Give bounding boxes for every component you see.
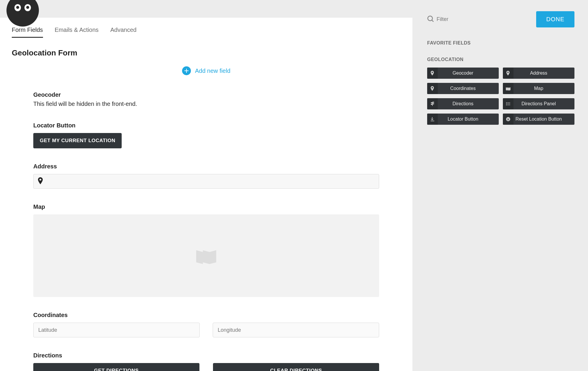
chip-locator-button[interactable]: Locator Button [427, 114, 499, 125]
add-new-field-label: Add new field [195, 68, 230, 74]
geolocation-header: GEOLOCATION [427, 57, 574, 62]
app-logo [6, 3, 39, 29]
signpost-icon [427, 98, 438, 109]
clear-directions-button[interactable]: CLEAR DIRECTIONS [213, 363, 379, 371]
chip-label: Directions [438, 101, 499, 106]
form-title: Geolocation Form [12, 48, 401, 58]
map-placeholder [33, 214, 379, 297]
svg-rect-5 [507, 104, 510, 104]
field-directions[interactable]: Directions GET DIRECTIONS CLEAR DIRECTIO… [33, 352, 379, 371]
svg-rect-2 [506, 102, 507, 103]
address-label: Address [33, 163, 379, 170]
chip-directions[interactable]: Directions [427, 98, 499, 109]
chip-reset-location[interactable]: Reset Location Button [503, 114, 574, 125]
longitude-input[interactable] [213, 323, 379, 337]
chip-label: Locator Button [438, 116, 499, 122]
svg-rect-4 [506, 104, 507, 104]
close-circle-icon [503, 114, 513, 125]
get-location-button[interactable]: GET MY CURRENT LOCATION [33, 133, 122, 148]
filter-input[interactable] [437, 16, 530, 22]
chip-directions-panel[interactable]: Directions Panel [503, 98, 574, 109]
address-input[interactable] [47, 178, 375, 185]
chip-label: Directions Panel [513, 101, 574, 106]
map-pin-icon [503, 68, 513, 79]
svg-rect-3 [507, 102, 510, 103]
field-map[interactable]: Map [33, 203, 379, 297]
chip-label: Coordinates [438, 86, 499, 91]
main-panel: Form Fields Emails & Actions Advanced Ge… [0, 18, 412, 371]
chip-coordinates[interactable]: Coordinates [427, 83, 499, 94]
latitude-input[interactable] [33, 323, 200, 337]
map-pin-icon [38, 177, 44, 186]
plus-icon [182, 66, 191, 75]
svg-rect-6 [506, 105, 507, 105]
field-locator[interactable]: Locator Button GET MY CURRENT LOCATION [33, 122, 379, 148]
map-pin-icon [427, 68, 438, 79]
chip-label: Map [513, 86, 574, 91]
svg-rect-1 [184, 70, 189, 71]
chip-map[interactable]: Map [503, 83, 574, 94]
address-input-wrap [33, 174, 379, 189]
map-icon [196, 245, 216, 266]
locator-label: Locator Button [33, 122, 379, 129]
search-icon [427, 16, 434, 23]
geocoder-desc: This field will be hidden in the front-e… [33, 101, 379, 107]
tab-advanced[interactable]: Advanced [110, 27, 137, 38]
get-directions-button[interactable]: GET DIRECTIONS [33, 363, 199, 371]
svg-rect-7 [507, 105, 510, 105]
map-icon [503, 83, 513, 94]
chip-label: Reset Location Button [513, 116, 574, 122]
tab-emails-actions[interactable]: Emails & Actions [55, 27, 99, 38]
map-pin-icon [427, 83, 438, 94]
chip-geocoder[interactable]: Geocoder [427, 68, 499, 79]
add-new-field[interactable]: Add new field [12, 66, 401, 75]
tabs: Form Fields Emails & Actions Advanced [12, 27, 401, 38]
map-label: Map [33, 203, 379, 210]
geocoder-label: Geocoder [33, 91, 379, 98]
directions-label: Directions [33, 352, 379, 359]
fields-sidebar: DONE FAVORITE FIELDS GEOLOCATION Geocode… [427, 11, 574, 125]
download-icon [427, 114, 438, 125]
field-address[interactable]: Address [33, 163, 379, 189]
chip-label: Address [513, 70, 574, 76]
coordinates-label: Coordinates [33, 312, 379, 319]
chip-address[interactable]: Address [503, 68, 574, 79]
field-coordinates[interactable]: Coordinates [33, 312, 379, 337]
chip-label: Geocoder [438, 70, 499, 76]
field-geocoder[interactable]: Geocoder This field will be hidden in th… [33, 91, 379, 107]
favorite-fields-header: FAVORITE FIELDS [427, 40, 574, 46]
filter-wrap [427, 16, 530, 23]
done-button[interactable]: DONE [536, 11, 574, 27]
list-icon [503, 98, 513, 109]
